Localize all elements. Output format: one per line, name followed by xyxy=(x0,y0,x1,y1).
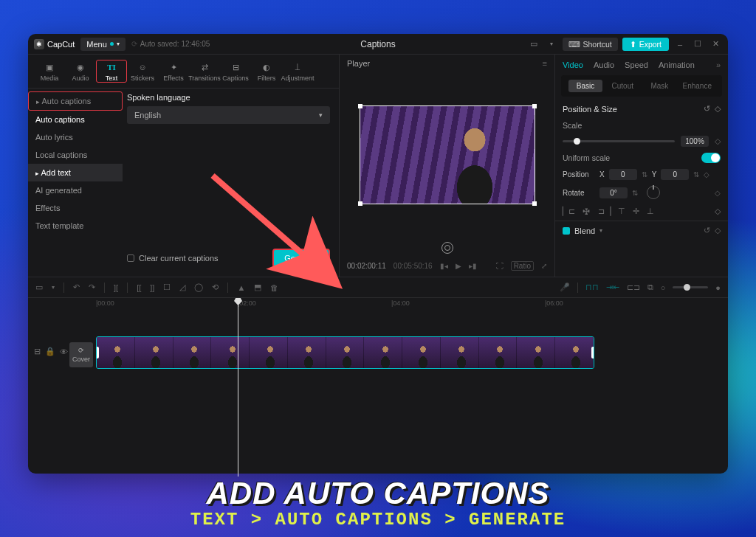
timeline-ruler[interactable]: |00:00 |02:00 |04:00 |06:00 xyxy=(96,298,728,311)
rotate-keyframe-icon[interactable]: ◇ xyxy=(715,189,721,197)
tab-filters[interactable]: ◐Filters xyxy=(251,60,282,82)
uniform-scale-toggle[interactable] xyxy=(701,153,721,163)
playhead[interactable] xyxy=(238,298,238,477)
zoom-out-icon[interactable]: ○ xyxy=(661,283,666,292)
undo-icon[interactable]: ↶ xyxy=(73,283,80,292)
ratio-button[interactable]: Ratio xyxy=(511,261,534,271)
tab-effects[interactable]: ✦Effects xyxy=(158,60,189,82)
prev-frame-icon[interactable]: ▮◂ xyxy=(440,262,448,270)
position-x-input[interactable]: 0 xyxy=(609,169,637,180)
blend-keyframe-icon[interactable]: ◇ xyxy=(715,226,721,235)
reverse-icon[interactable]: ⟲ xyxy=(212,283,219,292)
crop-icon[interactable]: ☐ xyxy=(163,283,171,292)
scale-keyframe-icon[interactable]: ◇ xyxy=(715,136,721,146)
select-tool-icon[interactable]: ▭ xyxy=(35,283,43,292)
track-visible-icon[interactable]: 👁 xyxy=(60,347,68,356)
video-preview[interactable] xyxy=(360,105,535,204)
magnet-icon[interactable]: ⊓⊓ xyxy=(585,283,599,292)
sidebar-ai-generated[interactable]: AI generated xyxy=(28,181,123,199)
rtab-audio[interactable]: Audio xyxy=(594,60,614,69)
tab-adjustment[interactable]: ⟘Adjustment xyxy=(282,60,313,82)
delete-icon[interactable]: 🗑 xyxy=(270,283,278,292)
align-center-h-icon[interactable]: ⧾ xyxy=(583,207,591,216)
close-icon[interactable]: ✕ xyxy=(709,38,722,51)
align-bottom-icon[interactable]: ⊥ xyxy=(647,207,654,216)
tab-text[interactable]: TIText xyxy=(96,60,127,83)
split-icon[interactable]: ]​[ xyxy=(114,283,118,292)
pos-keyframe-icon[interactable]: ◇ xyxy=(704,170,709,179)
clear-captions-checkbox[interactable]: Clear current captions xyxy=(127,254,219,263)
layout-menu-icon[interactable]: ▾ xyxy=(545,38,558,51)
rtab-more-icon[interactable]: » xyxy=(716,60,721,69)
keyframe-icon[interactable]: ◇ xyxy=(715,104,721,114)
video-clip[interactable]: How The British Took Over India_.mp4 00:… xyxy=(96,336,594,369)
sidebar-text-template[interactable]: Text template xyxy=(28,217,123,235)
player-title: Player xyxy=(347,59,370,68)
stab-cutout[interactable]: Cutout xyxy=(605,80,639,92)
lasso-icon[interactable]: ◿ xyxy=(179,283,185,292)
preview-icon[interactable]: ⧉ xyxy=(647,283,653,292)
blend-checkbox[interactable] xyxy=(563,227,570,235)
align-top-icon[interactable]: ⊤ xyxy=(618,207,625,216)
zoom-slider[interactable] xyxy=(673,286,708,288)
align-center-v-icon[interactable]: ✛ xyxy=(633,207,639,216)
clip-handle-right[interactable] xyxy=(591,347,594,358)
align-keyframe-icon[interactable]: ◇ xyxy=(715,207,721,216)
export-button[interactable]: ⬆ Export xyxy=(622,38,669,51)
stab-basic[interactable]: Basic xyxy=(568,80,602,92)
track-lock-icon[interactable]: 🔒 xyxy=(45,347,55,356)
blend-reset-icon[interactable]: ↺ xyxy=(704,226,710,235)
trim-left-icon[interactable]: [​[ xyxy=(137,283,141,292)
stab-enhance[interactable]: Enhance xyxy=(680,80,715,92)
tab-stickers[interactable]: ☺Stickers xyxy=(127,60,158,82)
mic-icon[interactable]: 🎤 xyxy=(560,283,570,292)
minimize-icon[interactable]: – xyxy=(673,38,687,51)
fullscreen-icon[interactable]: ⛶ xyxy=(496,262,504,270)
rtab-video[interactable]: Video xyxy=(563,60,583,69)
align-right-icon[interactable]: ⊐▕ xyxy=(598,207,611,216)
rotate-dial[interactable] xyxy=(647,186,660,199)
shortcut-button[interactable]: ⌨ Shortcut xyxy=(563,38,618,51)
stab-mask[interactable]: Mask xyxy=(642,80,676,92)
expand-icon[interactable]: ⤢ xyxy=(541,262,547,270)
record-icon[interactable]: ◯ xyxy=(194,283,203,292)
layout-icon[interactable]: ▭ xyxy=(527,38,540,51)
play-icon[interactable]: ▶ xyxy=(456,262,461,270)
reset-icon[interactable]: ↺ xyxy=(704,104,710,114)
cover-button[interactable]: ⟳ Cover xyxy=(69,342,93,367)
rtab-speed[interactable]: Speed xyxy=(625,60,648,69)
scale-slider[interactable] xyxy=(563,140,675,142)
freeze-icon[interactable]: ⬒ xyxy=(254,283,261,292)
tab-audio[interactable]: ◉Audio xyxy=(65,60,96,82)
sidebar-auto-lyrics[interactable]: Auto lyrics xyxy=(28,128,123,146)
zoom-in-icon[interactable]: ● xyxy=(715,283,721,292)
trim-right-icon[interactable]: ]​] xyxy=(150,283,154,292)
position-y-input[interactable]: 0 xyxy=(661,169,689,180)
sidebar-auto-captions-highlighted[interactable]: Auto captions xyxy=(28,91,123,111)
tab-captions[interactable]: ⊟Captions xyxy=(220,60,251,82)
player-menu-icon[interactable]: ≡ xyxy=(543,59,547,68)
menu-button[interactable]: Menu ▾ xyxy=(80,38,126,51)
snap-icon[interactable]: ⇥⇤ xyxy=(606,283,619,292)
mirror-icon[interactable]: ▲ xyxy=(237,283,245,292)
tab-media[interactable]: ▣Media xyxy=(34,60,65,82)
link-icon[interactable]: ⊏⊐ xyxy=(627,283,640,292)
export-icon: ⬆ xyxy=(630,40,636,49)
sidebar-add-text[interactable]: Add text xyxy=(28,164,123,181)
sidebar-effects[interactable]: Effects xyxy=(28,199,123,217)
sidebar-auto-captions[interactable]: Auto captions xyxy=(28,111,123,128)
sidebar-local-captions[interactable]: Local captions xyxy=(28,146,123,164)
next-frame-icon[interactable]: ▸▮ xyxy=(469,262,477,270)
rtab-animation[interactable]: Animation xyxy=(659,60,695,69)
scale-value[interactable]: 100% xyxy=(681,136,709,147)
maximize-icon[interactable]: ☐ xyxy=(691,38,704,51)
track-collapse-icon[interactable]: ⊟ xyxy=(34,347,41,356)
rotate-input[interactable]: 0° xyxy=(599,187,628,198)
generate-button[interactable]: Generate xyxy=(272,249,330,268)
tool-menu-icon[interactable]: ▾ xyxy=(52,284,55,291)
align-left-icon[interactable]: ▏⊏ xyxy=(563,207,575,216)
redo-icon[interactable]: ↷ xyxy=(89,283,95,292)
clip-handle-left[interactable] xyxy=(96,347,99,358)
language-select[interactable]: English ▾ xyxy=(127,106,330,124)
tab-transitions[interactable]: ⇄Transitions xyxy=(189,60,220,82)
